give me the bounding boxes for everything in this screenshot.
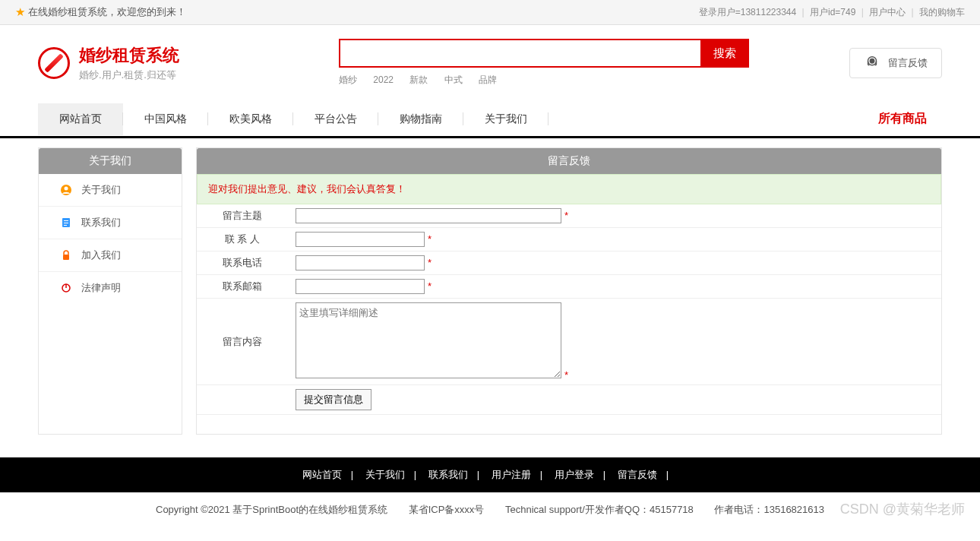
tech-support: Technical support/开发作者QQ：45157718 [505,504,694,515]
footer-link-feedback[interactable]: 留言反馈 [618,469,657,480]
search-tag[interactable]: 2022 [373,74,394,85]
footer-link-about[interactable]: 关于我们 [365,469,405,480]
footer-nav: 网站首页| 关于我们| 联系我们| 用户注册| 用户登录| 留言反馈| [0,457,980,492]
search-tag[interactable]: 中式 [444,74,463,85]
body-textarea[interactable] [296,302,561,378]
power-icon [60,282,72,294]
top-bar: ★ 在线婚纱租赁系统，欢迎您的到来！ 登录用户=13811223344 | 用户… [0,0,980,25]
subject-input[interactable] [296,208,561,223]
watermark: CSDN @黄菊华老师 [840,500,965,518]
feedback-button[interactable]: 留言反馈 [849,48,942,78]
logo-icon [38,47,70,79]
login-user: 登录用户=13811223344 [699,7,796,17]
copyright: Copyright ©2021 基于SprintBoot的在线婚纱租赁系统 [156,504,387,515]
svg-rect-5 [64,220,68,221]
submit-button[interactable]: 提交留言信息 [296,389,371,410]
author-phone: 作者电话：13516821613 [714,504,824,515]
svg-rect-8 [63,255,69,260]
search-tag[interactable]: 品牌 [479,74,497,85]
notice-banner: 迎对我们提出意见、建议，我们会认真答复！ [197,174,941,204]
search-section: 搜索 婚纱 2022 新款 中式 品牌 [339,39,749,87]
nav-chinese-style[interactable]: 中国风格 [123,103,208,135]
sidebar-item-label: 关于我们 [81,183,121,197]
separator: | [603,469,605,480]
top-bar-right: 登录用户=13811223344 | 用户id=749 | 用户中心 | 我的购… [699,6,965,19]
headset-icon [864,55,880,71]
footer-link-register[interactable]: 用户注册 [492,469,531,480]
svg-rect-6 [64,223,68,223]
required-mark: * [428,280,432,292]
search-tag[interactable]: 新款 [409,74,428,85]
separator: | [802,7,805,17]
required-mark: * [564,369,568,381]
header: 婚纱租赁系统 婚纱.用户.租赁.归还等 搜索 婚纱 2022 新款 中式 品牌 … [0,25,980,94]
footer-link-contact[interactable]: 联系我们 [428,469,468,480]
nav-wrapper: 网站首页 中国风格 欧美风格 平台公告 购物指南 关于我们 所有商品 [0,102,980,138]
my-cart-link[interactable]: 我的购物车 [919,7,965,17]
user-id: 用户id=749 [810,7,855,17]
feedback-label: 留言反馈 [888,56,928,70]
footer-link-home[interactable]: 网站首页 [302,469,342,480]
nav-western-style[interactable]: 欧美风格 [208,103,293,135]
sidebar: 关于我们 关于我们 联系我们 加入我们 法律声明 [38,147,182,435]
lock-icon [60,249,72,261]
separator: | [540,469,542,480]
svg-point-1 [870,59,874,63]
separator: | [414,469,416,480]
separator: | [477,469,479,480]
phone-input[interactable] [296,255,425,270]
footer-info: Copyright ©2021 基于SprintBoot的在线婚纱租赁系统 某省… [0,492,980,527]
welcome-text: ★ 在线婚纱租赁系统，欢迎您的到来！ [15,5,186,19]
user-center-link[interactable]: 用户中心 [869,7,906,17]
search-input[interactable] [339,39,700,68]
icp: 某省ICP备xxxx号 [409,504,485,515]
separator: | [912,7,914,17]
subject-label: 留言主题 [197,204,288,228]
contact-input[interactable] [296,232,425,247]
svg-rect-7 [64,225,67,226]
separator: | [666,469,669,480]
sidebar-item-contact[interactable]: 联系我们 [39,207,182,239]
search-box: 搜索 [339,39,749,68]
content-title: 留言反馈 [197,148,941,174]
logo-title: 婚纱租赁系统 [79,44,179,67]
search-button[interactable]: 搜索 [700,39,749,68]
nav-all-products[interactable]: 所有商品 [863,102,942,136]
nav-shopping-guide[interactable]: 购物指南 [378,103,463,135]
content-panel: 留言反馈 迎对我们提出意见、建议，我们会认真答复！ 留言主题 * 联 系 人 *… [196,147,942,435]
separator: | [861,7,864,17]
nav-announcements[interactable]: 平台公告 [293,103,378,135]
email-input[interactable] [296,279,425,294]
nav-home[interactable]: 网站首页 [38,103,123,135]
required-mark: * [428,257,432,268]
sidebar-item-about[interactable]: 关于我们 [39,174,182,207]
separator: | [351,469,353,480]
footer-link-login[interactable]: 用户登录 [555,469,594,480]
body-label: 留言内容 [197,299,288,385]
logo-subtitle: 婚纱.用户.租赁.归还等 [79,68,179,82]
sidebar-item-label: 联系我们 [81,216,121,229]
clipboard-icon [60,217,72,229]
sidebar-item-legal[interactable]: 法律声明 [39,272,182,304]
logo-section[interactable]: 婚纱租赁系统 婚纱.用户.租赁.归还等 [38,44,179,82]
welcome-message: 在线婚纱租赁系统，欢迎您的到来！ [28,5,186,19]
search-tag[interactable]: 婚纱 [339,74,357,85]
sidebar-item-label: 加入我们 [81,248,121,262]
svg-point-3 [65,187,68,191]
required-mark: * [428,233,432,245]
star-icon: ★ [15,5,25,19]
contact-label: 联 系 人 [197,228,288,252]
phone-label: 联系电话 [197,252,288,275]
sidebar-header: 关于我们 [39,148,182,174]
main-content: 关于我们 关于我们 联系我们 加入我们 法律声明 留言反 [0,138,980,457]
logo-text: 婚纱租赁系统 婚纱.用户.租赁.归还等 [79,44,179,82]
feedback-form: 留言主题 * 联 系 人 * 联系电话 * 联系邮箱 * 留言内容 * 提交留言… [197,204,941,415]
sidebar-item-label: 法律声明 [81,281,121,295]
sidebar-item-join[interactable]: 加入我们 [39,239,182,272]
search-tags: 婚纱 2022 新款 中式 品牌 [339,74,749,87]
user-circle-icon [60,184,72,196]
nav-about-us[interactable]: 关于我们 [463,103,548,135]
main-nav: 网站首页 中国风格 欧美风格 平台公告 购物指南 关于我们 所有商品 [0,102,980,136]
required-mark: * [564,210,568,221]
email-label: 联系邮箱 [197,275,288,299]
